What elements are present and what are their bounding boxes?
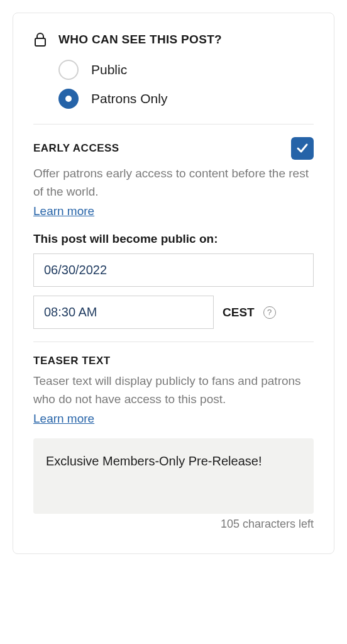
teaser-section: TEASER TEXT Teaser text will display pub… (33, 355, 314, 531)
radio-circle-public (58, 60, 79, 80)
time-row: CEST ? (33, 296, 314, 329)
check-icon (295, 142, 309, 155)
divider (33, 341, 314, 342)
date-input[interactable] (33, 253, 314, 287)
teaser-learn-more-link[interactable]: Learn more (33, 412, 94, 426)
teaser-description: Teaser text will display publicly to fan… (33, 372, 314, 408)
early-access-description: Offer patrons early access to content be… (33, 165, 314, 201)
radio-dot (65, 96, 72, 102)
help-icon[interactable]: ? (263, 306, 276, 319)
teaser-textarea[interactable]: Exclusive Members-Only Pre-Release! (33, 438, 314, 514)
time-input[interactable] (33, 296, 214, 329)
teaser-title: TEASER TEXT (33, 355, 314, 367)
timezone-label: CEST (223, 306, 255, 319)
visibility-radio-group: Public Patrons Only (58, 60, 314, 109)
visibility-header: WHO CAN SEE THIS POST? (33, 31, 314, 48)
radio-patrons[interactable]: Patrons Only (58, 89, 314, 109)
early-access-checkbox[interactable] (291, 137, 314, 160)
early-access-title: EARLY ACCESS (33, 142, 119, 155)
visibility-title: WHO CAN SEE THIS POST? (58, 33, 222, 47)
early-access-section: EARLY ACCESS Offer patrons early access … (33, 137, 314, 329)
radio-label-patrons: Patrons Only (91, 91, 167, 106)
radio-circle-patrons (58, 89, 79, 109)
radio-label-public: Public (91, 62, 127, 77)
post-visibility-card: WHO CAN SEE THIS POST? Public Patrons On… (13, 13, 334, 554)
lock-icon (33, 31, 47, 48)
early-access-learn-more-link[interactable]: Learn more (33, 204, 94, 218)
radio-public[interactable]: Public (58, 60, 314, 80)
svg-rect-0 (35, 38, 45, 46)
early-access-header: EARLY ACCESS (33, 137, 314, 160)
divider (33, 124, 314, 125)
teaser-char-count: 105 characters left (33, 518, 314, 531)
public-on-label: This post will become public on: (33, 232, 314, 246)
